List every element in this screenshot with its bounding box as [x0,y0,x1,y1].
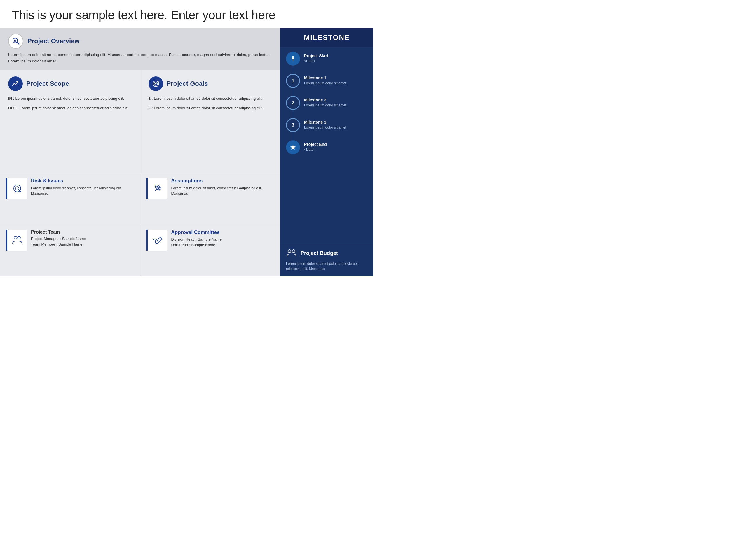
milestone-2-circle: 2 [286,96,300,110]
milestone-start-label: Project Start [304,53,328,58]
milestone-3-label: Milestone 3 [304,120,346,125]
budget-header: Project Budget [286,248,368,259]
svg-point-21 [288,250,291,252]
scope-header: Project Scope [8,76,133,91]
assumptions-section: Assumptions Lorem ipsum dolor sit amet, … [140,173,280,224]
risk-title: Risk & Issues [31,178,134,184]
approval-title: Approval Committee [171,230,222,235]
milestone-title: MILESTONE [286,33,368,42]
milestone-2: 2 Milestone 2 Lorem ipsum dolor sit amet [286,96,368,118]
approval-section: Approval Committee Division Head : Sampl… [140,224,280,276]
milestone-1-circle: 1 [286,74,300,88]
milestone-end: Project End <Date> [286,140,368,154]
svg-point-14 [18,236,20,239]
risk-icon-box [6,178,27,199]
project-team-section: Project Team Project Manager : Sample Na… [0,224,140,276]
approval-unit: Unit Head : Sample Name [171,243,222,247]
overview-title: Project Overview [27,37,80,45]
page-title: This is your sample text here. Enter you… [12,8,362,22]
team-member: Team Member : Sample Name [31,242,86,246]
goals-header: Project Goals [149,76,274,91]
bottom-section: Risk & Issues Lorem ipsum dolor sit amet… [0,173,280,276]
milestone-end-desc: <Date> [304,147,327,152]
svg-point-7 [155,83,156,85]
svg-point-13 [14,236,17,239]
milestone-2-desc: Lorem ipsum dolor sit amet [304,103,346,108]
project-overview-section: Project Overview Lorem ipsum dolor sit a… [0,28,280,70]
team-manager: Project Manager : Sample Name [31,237,86,241]
svg-marker-20 [290,145,295,150]
assumptions-text: Lorem ipsum dolor sit amet, consectetuer… [171,186,275,197]
goals-icon [149,76,163,91]
milestone-list: Project Start <Date> 1 Milestone 1 Lorem… [280,47,374,243]
risk-issues-section: Risk & Issues Lorem ipsum dolor sit amet… [0,173,140,224]
milestone-3-line [293,132,293,140]
approval-icon-box [146,230,167,250]
left-content: Project Overview Lorem ipsum dolor sit a… [0,28,280,276]
milestone-end-info: Project End <Date> [304,140,327,152]
milestone-start-desc: <Date> [304,59,328,63]
bottom-right: Assumptions Lorem ipsum dolor sit amet, … [140,173,280,276]
goals-item2: 2 : Lorem ipsum dolor sit amet, dolor si… [149,105,274,111]
milestone-3-info: Milestone 3 Lorem ipsum dolor sit amet [304,118,346,130]
overview-text: Lorem ipsum dolor sit amet, consectetuer… [8,52,272,64]
assumptions-content: Assumptions Lorem ipsum dolor sit amet, … [171,178,275,197]
project-budget-section: Project Budget Lorem ipsum dolor sit ame… [280,243,374,276]
scope-in: IN : Lorem ipsum dolor sit amet, dolor s… [8,96,133,102]
budget-icon [286,248,297,259]
milestone-1: 1 Milestone 1 Lorem ipsum dolor sit amet [286,74,368,96]
assumptions-title: Assumptions [171,178,275,184]
scope-icon [8,76,23,91]
goals-title: Project Goals [166,80,208,87]
approval-division: Division Head : Sample Name [171,237,222,241]
assumptions-icon-box [146,178,167,199]
milestone-2-info: Milestone 2 Lorem ipsum dolor sit amet [304,96,346,108]
goals-item1: 1 : Lorem ipsum dolor sit amet, dolor si… [149,96,274,102]
right-sidebar: MILESTONE Project Start <Date> [280,28,374,276]
milestone-2-line [293,110,293,118]
milestone-start-circle [286,52,300,65]
milestone-start: Project Start <Date> [286,52,368,74]
milestone-1-desc: Lorem ipsum dolor sit amet [304,81,346,86]
approval-content: Approval Committee Division Head : Sampl… [171,230,222,248]
milestone-start-line [293,65,293,74]
milestone-1-line [293,88,293,96]
milestone-1-label: Milestone 1 [304,76,346,80]
milestone-end-circle [286,140,300,154]
team-title: Project Team [31,230,86,235]
milestone-start-node [286,52,300,74]
overview-header: Project Overview [8,33,272,49]
team-icon-box [6,230,27,250]
page-header: This is your sample text here. Enter you… [0,0,374,28]
milestone-3-circle: 3 [286,118,300,132]
svg-point-22 [292,250,295,252]
milestone-3-node: 3 [286,118,300,140]
project-scope-col: Project Scope IN : Lorem ipsum dolor sit… [0,70,140,173]
milestone-1-node: 1 [286,74,300,96]
budget-title: Project Budget [301,250,338,257]
milestone-2-label: Milestone 2 [304,98,346,102]
scope-goals-section: Project Scope IN : Lorem ipsum dolor sit… [0,70,280,173]
overview-icon [8,33,23,49]
bottom-left: Risk & Issues Lorem ipsum dolor sit amet… [0,173,140,276]
svg-point-16 [157,186,158,188]
svg-line-1 [17,42,19,44]
milestone-3-desc: Lorem ipsum dolor sit amet [304,125,346,130]
milestone-3: 3 Milestone 3 Lorem ipsum dolor sit amet [286,118,368,140]
risk-text: Lorem ipsum dolor sit amet, consectetuer… [31,186,134,197]
milestone-1-info: Milestone 1 Lorem ipsum dolor sit amet [304,74,346,86]
team-content: Project Team Project Manager : Sample Na… [31,230,86,248]
milestone-2-node: 2 [286,96,300,118]
budget-text: Lorem ipsum dolor sit amet,dolor consect… [286,261,368,271]
svg-point-18 [159,189,160,190]
milestone-end-node [286,140,300,154]
scope-out: OUT : Lorem ipsum dolor sit amet, dolor … [8,105,133,111]
main-layout: Project Overview Lorem ipsum dolor sit a… [0,28,374,276]
scope-title: Project Scope [26,80,69,87]
project-goals-col: Project Goals 1 : Lorem ipsum dolor sit … [140,70,280,173]
risk-content: Risk & Issues Lorem ipsum dolor sit amet… [31,178,134,197]
milestone-start-info: Project Start <Date> [304,52,328,63]
milestone-header: MILESTONE [280,28,374,47]
milestone-end-label: Project End [304,142,327,147]
